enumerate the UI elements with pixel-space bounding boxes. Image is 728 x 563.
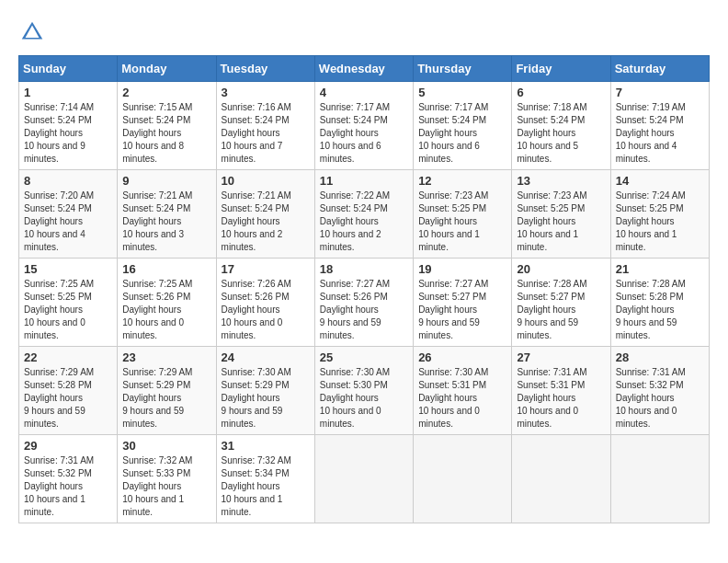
col-header-monday: Monday: [118, 56, 216, 82]
day-number: 3: [222, 86, 310, 99]
day-number: 10: [222, 174, 310, 188]
day-number: 20: [517, 262, 605, 276]
col-header-friday: Friday: [512, 56, 610, 82]
calendar-cell: 23Sunrise: 7:29 AMSunset: 5:29 PMDayligh…: [118, 347, 216, 435]
day-info: Sunrise: 7:30 AMSunset: 5:30 PMDaylight …: [320, 366, 408, 431]
calendar-header-row: SundayMondayTuesdayWednesdayThursdayFrid…: [19, 56, 710, 82]
day-info: Sunrise: 7:27 AMSunset: 5:26 PMDaylight …: [320, 278, 408, 342]
calendar-cell: 12Sunrise: 7:23 AMSunset: 5:25 PMDayligh…: [414, 170, 512, 259]
day-number: 8: [24, 174, 112, 188]
col-header-saturday: Saturday: [610, 56, 709, 82]
col-header-wednesday: Wednesday: [314, 56, 413, 82]
day-info: Sunrise: 7:28 AMSunset: 5:27 PMDaylight …: [517, 278, 605, 342]
calendar-cell: [610, 435, 709, 523]
day-info: Sunrise: 7:31 AMSunset: 5:32 PMDaylight …: [24, 454, 112, 519]
col-header-thursday: Thursday: [414, 56, 512, 82]
day-info: Sunrise: 7:30 AMSunset: 5:31 PMDaylight …: [418, 366, 506, 431]
calendar-cell: 20Sunrise: 7:28 AMSunset: 5:27 PMDayligh…: [512, 259, 610, 347]
calendar-week-2: 8Sunrise: 7:20 AMSunset: 5:24 PMDaylight…: [19, 170, 710, 259]
day-info: Sunrise: 7:25 AMSunset: 5:26 PMDaylight …: [122, 278, 210, 342]
calendar-cell: 16Sunrise: 7:25 AMSunset: 5:26 PMDayligh…: [118, 259, 216, 347]
day-number: 28: [616, 350, 704, 364]
calendar-cell: 8Sunrise: 7:20 AMSunset: 5:24 PMDaylight…: [19, 170, 118, 259]
calendar-cell: [512, 435, 610, 523]
calendar-cell: 15Sunrise: 7:25 AMSunset: 5:25 PMDayligh…: [19, 259, 118, 347]
day-number: 5: [418, 86, 506, 99]
calendar-cell: 17Sunrise: 7:26 AMSunset: 5:26 PMDayligh…: [216, 259, 314, 347]
day-number: 4: [320, 86, 408, 99]
day-number: 26: [418, 350, 506, 364]
calendar-cell: 7Sunrise: 7:19 AMSunset: 5:24 PMDaylight…: [610, 82, 709, 170]
day-number: 19: [418, 262, 506, 276]
day-info: Sunrise: 7:26 AMSunset: 5:26 PMDaylight …: [222, 278, 310, 342]
calendar-cell: [314, 435, 413, 523]
logo: [18, 18, 50, 46]
day-info: Sunrise: 7:21 AMSunset: 5:24 PMDaylight …: [122, 190, 210, 254]
day-number: 29: [24, 439, 112, 453]
calendar-cell: 24Sunrise: 7:30 AMSunset: 5:29 PMDayligh…: [216, 347, 314, 435]
day-info: Sunrise: 7:25 AMSunset: 5:25 PMDaylight …: [24, 278, 112, 342]
calendar-table: SundayMondayTuesdayWednesdayThursdayFrid…: [18, 55, 710, 523]
day-info: Sunrise: 7:32 AMSunset: 5:34 PMDaylight …: [222, 454, 310, 519]
calendar-week-3: 15Sunrise: 7:25 AMSunset: 5:25 PMDayligh…: [19, 259, 710, 347]
day-number: 30: [122, 439, 210, 453]
day-number: 23: [122, 350, 210, 364]
day-number: 25: [320, 350, 408, 364]
calendar-week-1: 1Sunrise: 7:14 AMSunset: 5:24 PMDaylight…: [19, 82, 710, 170]
calendar-cell: 3Sunrise: 7:16 AMSunset: 5:24 PMDaylight…: [216, 82, 314, 170]
calendar-cell: [414, 435, 512, 523]
day-info: Sunrise: 7:17 AMSunset: 5:24 PMDaylight …: [418, 101, 506, 166]
calendar-cell: 14Sunrise: 7:24 AMSunset: 5:25 PMDayligh…: [610, 170, 709, 259]
calendar-week-4: 22Sunrise: 7:29 AMSunset: 5:28 PMDayligh…: [19, 347, 710, 435]
calendar-cell: 9Sunrise: 7:21 AMSunset: 5:24 PMDaylight…: [118, 170, 216, 259]
day-info: Sunrise: 7:28 AMSunset: 5:28 PMDaylight …: [616, 278, 704, 342]
day-number: 17: [222, 262, 310, 276]
calendar-cell: 25Sunrise: 7:30 AMSunset: 5:30 PMDayligh…: [314, 347, 413, 435]
day-number: 24: [222, 350, 310, 364]
calendar-cell: 11Sunrise: 7:22 AMSunset: 5:24 PMDayligh…: [314, 170, 413, 259]
calendar-week-5: 29Sunrise: 7:31 AMSunset: 5:32 PMDayligh…: [19, 435, 710, 523]
day-info: Sunrise: 7:16 AMSunset: 5:24 PMDaylight …: [222, 101, 310, 166]
day-number: 22: [24, 350, 112, 364]
day-info: Sunrise: 7:22 AMSunset: 5:24 PMDaylight …: [320, 190, 408, 254]
day-number: 6: [517, 86, 605, 99]
calendar-cell: 28Sunrise: 7:31 AMSunset: 5:32 PMDayligh…: [610, 347, 709, 435]
day-info: Sunrise: 7:27 AMSunset: 5:27 PMDaylight …: [418, 278, 506, 342]
day-info: Sunrise: 7:17 AMSunset: 5:24 PMDaylight …: [320, 101, 408, 166]
day-number: 21: [616, 262, 704, 276]
day-info: Sunrise: 7:23 AMSunset: 5:25 PMDaylight …: [517, 190, 605, 254]
calendar-cell: 1Sunrise: 7:14 AMSunset: 5:24 PMDaylight…: [19, 82, 118, 170]
logo-icon: [18, 18, 46, 46]
calendar-cell: 19Sunrise: 7:27 AMSunset: 5:27 PMDayligh…: [414, 259, 512, 347]
day-info: Sunrise: 7:29 AMSunset: 5:29 PMDaylight …: [122, 366, 210, 431]
day-info: Sunrise: 7:18 AMSunset: 5:24 PMDaylight …: [517, 101, 605, 166]
calendar-cell: 13Sunrise: 7:23 AMSunset: 5:25 PMDayligh…: [512, 170, 610, 259]
calendar-cell: 5Sunrise: 7:17 AMSunset: 5:24 PMDaylight…: [414, 82, 512, 170]
day-number: 9: [122, 174, 210, 188]
day-info: Sunrise: 7:21 AMSunset: 5:24 PMDaylight …: [222, 190, 310, 254]
calendar-cell: 26Sunrise: 7:30 AMSunset: 5:31 PMDayligh…: [414, 347, 512, 435]
day-number: 12: [418, 174, 506, 188]
day-number: 27: [517, 350, 605, 364]
col-header-sunday: Sunday: [19, 56, 118, 82]
day-info: Sunrise: 7:30 AMSunset: 5:29 PMDaylight …: [222, 366, 310, 431]
day-info: Sunrise: 7:20 AMSunset: 5:24 PMDaylight …: [24, 190, 112, 254]
day-number: 11: [320, 174, 408, 188]
day-number: 15: [24, 262, 112, 276]
calendar-cell: 31Sunrise: 7:32 AMSunset: 5:34 PMDayligh…: [216, 435, 314, 523]
header: [18, 18, 710, 46]
day-number: 2: [122, 86, 210, 99]
day-number: 16: [122, 262, 210, 276]
calendar-cell: 6Sunrise: 7:18 AMSunset: 5:24 PMDaylight…: [512, 82, 610, 170]
day-info: Sunrise: 7:31 AMSunset: 5:31 PMDaylight …: [517, 366, 605, 431]
calendar-cell: 27Sunrise: 7:31 AMSunset: 5:31 PMDayligh…: [512, 347, 610, 435]
day-info: Sunrise: 7:19 AMSunset: 5:24 PMDaylight …: [616, 101, 704, 166]
day-info: Sunrise: 7:15 AMSunset: 5:24 PMDaylight …: [122, 101, 210, 166]
day-number: 31: [222, 439, 310, 453]
day-info: Sunrise: 7:29 AMSunset: 5:28 PMDaylight …: [24, 366, 112, 431]
day-number: 7: [616, 86, 704, 99]
calendar-cell: 18Sunrise: 7:27 AMSunset: 5:26 PMDayligh…: [314, 259, 413, 347]
calendar-cell: 29Sunrise: 7:31 AMSunset: 5:32 PMDayligh…: [19, 435, 118, 523]
day-info: Sunrise: 7:31 AMSunset: 5:32 PMDaylight …: [616, 366, 704, 431]
day-info: Sunrise: 7:32 AMSunset: 5:33 PMDaylight …: [122, 454, 210, 519]
